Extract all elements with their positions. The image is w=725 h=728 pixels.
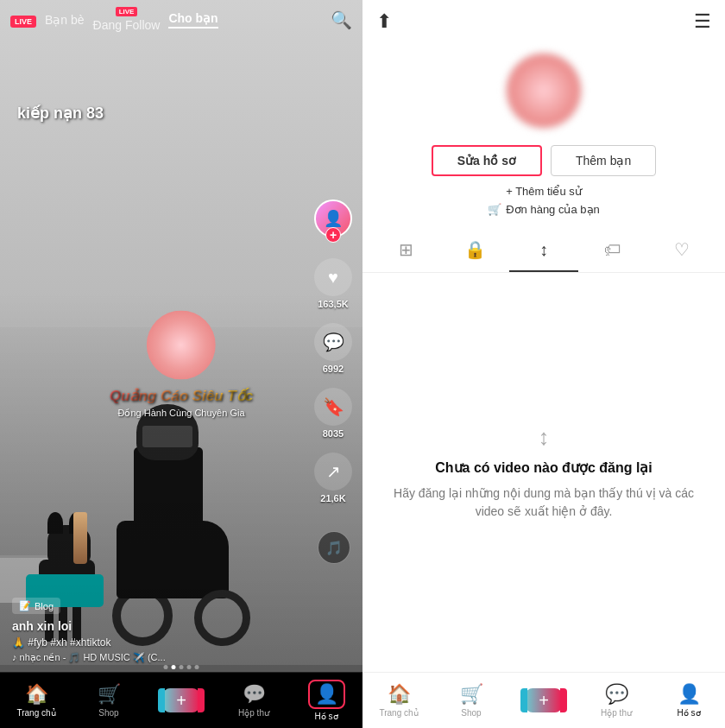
blog-tag[interactable]: 📝 Blog [12, 598, 60, 614]
profile-buttons: Sửa hồ sơ Thêm bạn [380, 145, 708, 176]
video-background[interactable]: kiếp nạn 83 Quảng Cáo Siêu Tốc Đồng Hành… [0, 0, 362, 728]
profile-tab-box: 👤 [308, 680, 345, 709]
profile-icon: 👤 [315, 683, 338, 705]
shop-icon: 🛒 [98, 683, 121, 706]
dot-2 [172, 665, 176, 669]
right-top-bar: ⬆ ☰ [362, 0, 725, 43]
rnav-tab-home[interactable]: 🏠 Trang chủ [362, 683, 435, 718]
nav-tab-inbox[interactable]: 💬 Hộp thư [218, 683, 290, 718]
top-navigation: LIVE Bạn bè LIVE Đang Follow Cho bạn 🔍 [0, 0, 362, 39]
bookmark-button[interactable]: 🔖 8035 [314, 388, 352, 439]
tab-videos[interactable]: ⊞ [371, 229, 440, 272]
live-badge[interactable]: LIVE [10, 12, 36, 28]
inbox-icon-right: 💬 [605, 683, 628, 706]
video-caption: kiếp nạn 83 [17, 104, 104, 123]
add-bio-link[interactable]: + Thêm tiểu sử [506, 185, 582, 198]
nav-tab-home[interactable]: 🏠 Trang chủ [0, 683, 72, 718]
grid-icon: ⊞ [399, 239, 413, 260]
add-icon[interactable]: + [163, 688, 199, 712]
add-icon-right[interactable]: + [526, 688, 562, 712]
heart-outline-icon: ♡ [674, 239, 690, 260]
repost-empty-state: ↕ Chưa có video nào được đăng lại Hãy đă… [362, 273, 725, 672]
share-profile-icon[interactable]: ⬆ [376, 10, 392, 33]
tab-reposts[interactable]: ↕ [509, 229, 578, 272]
bottom-navigation-left: 🏠 Trang chủ 🛒 Shop + 💬 Hộp thư 👤 Hồ sơ [0, 672, 362, 728]
nav-tab-add[interactable]: + [145, 688, 218, 712]
add-friend-button[interactable]: Thêm bạn [551, 145, 656, 176]
action-buttons: 👤 + ♥ 163,5K 💬 6992 🔖 8035 ↗ 21 [314, 199, 352, 503]
nav-for-you[interactable]: Cho bạn [168, 11, 218, 28]
dot-5 [195, 665, 199, 669]
rnav-tab-shop[interactable]: 🛒 Shop [435, 683, 508, 718]
video-music: ♪ nhạc nền - 🎵 HD MUSIC ✈️ (C... [12, 652, 299, 663]
edit-profile-button[interactable]: Sửa hồ sơ [432, 145, 542, 176]
bottom-navigation-right: 🏠 Trang chủ 🛒 Shop + 💬 Hộp thư 👤 Hồ sơ [362, 672, 725, 728]
like-button[interactable]: ♥ 163,5K [314, 258, 352, 309]
video-title: anh xin loi [12, 619, 299, 633]
video-content: kiếp nạn 83 Quảng Cáo Siêu Tốc Đồng Hành… [0, 0, 362, 728]
follow-plus-icon[interactable]: + [325, 227, 341, 243]
heart-icon: ♥ [314, 258, 352, 296]
cart-icon: 🛒 [488, 203, 501, 216]
lock-icon: 🔒 [464, 239, 486, 260]
profile-icon-right: 👤 [678, 683, 701, 706]
repost-icon: ↕ [539, 240, 548, 260]
music-disc-icon[interactable]: 🎵 [318, 531, 350, 564]
tab-tagged[interactable]: 🏷 [578, 229, 647, 272]
inbox-icon: 💬 [243, 683, 266, 706]
video-tags: 🙏 #fyb #xh #xhtiktok [12, 636, 299, 649]
like-count: 163,5K [318, 299, 348, 309]
video-info: 📝 Blog anh xin loi 🙏 #fyb #xh #xhtiktok … [0, 597, 311, 663]
profile-avatar [505, 52, 583, 130]
rnav-tab-profile[interactable]: 👤 Hồ sơ [652, 683, 725, 718]
share-count: 21,6K [320, 493, 345, 503]
home-icon-right: 🏠 [388, 683, 411, 706]
right-panel: ⬆ ☰ Sửa hồ sơ Thêm bạn + Thêm tiểu sử 🛒 … [362, 0, 725, 728]
comment-button[interactable]: 💬 6992 [314, 323, 352, 374]
home-icon: 🏠 [25, 683, 48, 706]
profile-section: Sửa hồ sơ Thêm bạn + Thêm tiểu sử 🛒 Đơn … [362, 43, 725, 229]
comment-icon: 💬 [314, 323, 352, 361]
following-live-badge: LIVE [116, 7, 138, 16]
repost-empty-description: Hãy đăng lại những nội dung mà bạn thấy … [388, 484, 699, 521]
progress-dots [164, 665, 199, 669]
nav-tab-shop[interactable]: 🛒 Shop [72, 683, 145, 718]
creator-avatar[interactable]: 👤 + [314, 199, 352, 237]
nav-following[interactable]: LIVE Đang Follow [93, 7, 161, 32]
dot-4 [187, 665, 192, 669]
share-button[interactable]: ↗ 21,6K [314, 453, 352, 503]
nav-tab-profile[interactable]: 👤 Hồ sơ [290, 680, 362, 721]
tab-private[interactable]: 🔒 [440, 229, 509, 272]
share-icon: ↗ [314, 453, 352, 491]
left-panel: LIVE Bạn bè LIVE Đang Follow Cho bạn 🔍 [0, 0, 362, 728]
comment-count: 6992 [323, 364, 344, 374]
dot-1 [164, 665, 168, 669]
repost-arrows-icon: ↕ [539, 424, 550, 451]
avatar-image [507, 54, 581, 128]
orders-link[interactable]: 🛒 Đơn hàng của bạn [488, 203, 600, 216]
profile-tabs: ⊞ 🔒 ↕ 🏷 ♡ [362, 229, 725, 273]
shop-icon-right: 🛒 [460, 683, 483, 706]
menu-icon[interactable]: ☰ [694, 10, 711, 33]
rnav-tab-add[interactable]: + [508, 688, 580, 712]
dot-3 [180, 665, 184, 669]
blog-icon: 📝 [19, 600, 31, 611]
repost-empty-title: Chưa có video nào được đăng lại [435, 459, 652, 476]
nav-friends[interactable]: Bạn bè [45, 13, 85, 27]
search-icon[interactable]: 🔍 [331, 9, 352, 30]
bookmark-icon: 🔖 [314, 388, 352, 426]
bookmark-count: 8035 [323, 428, 344, 439]
tab-liked[interactable]: ♡ [647, 229, 716, 272]
rnav-tab-inbox[interactable]: 💬 Hộp thư [580, 683, 652, 718]
tag-icon: 🏷 [604, 240, 621, 260]
